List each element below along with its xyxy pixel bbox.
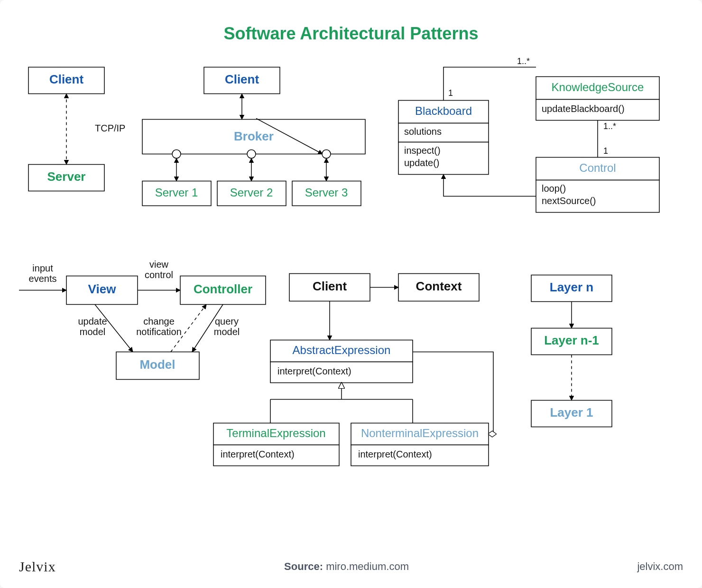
- int-client: Client: [313, 279, 347, 293]
- svg-text:update: update: [78, 316, 107, 327]
- svg-point-10: [172, 150, 181, 159]
- svg-text:model: model: [214, 327, 240, 337]
- mult-many1: 1..*: [517, 56, 530, 66]
- site-link: jelvix.com: [637, 560, 683, 573]
- cs-link-label: TCP/IP: [95, 123, 125, 133]
- broker-pattern: Client Broker Server 1 Server 2 Server 3: [142, 67, 365, 206]
- svg-text:model: model: [80, 327, 105, 337]
- bb-title: Blackboard: [415, 104, 472, 117]
- broker-client: Client: [225, 72, 259, 86]
- int-nonterm-title: NonterminalExpression: [361, 427, 479, 439]
- broker-server2: Server 2: [230, 186, 273, 199]
- bb-attrs: solutions: [404, 126, 442, 137]
- mvc-controller: Controller: [194, 282, 252, 296]
- client-server-pattern: Client Server TCP/IP: [28, 67, 125, 191]
- svg-text:events: events: [29, 273, 57, 284]
- diagram-card: Software Architectural Patterns Client S…: [0, 0, 702, 588]
- broker-server3: Server 3: [305, 186, 348, 199]
- mvc-viewctrl: view: [149, 259, 169, 270]
- broker-server1: Server 1: [155, 186, 198, 199]
- mvc-model: Model: [139, 357, 175, 372]
- broker-label: Broker: [234, 129, 274, 143]
- mvc-input: input: [32, 263, 53, 273]
- svg-text:control: control: [145, 270, 173, 280]
- int-term-op: interpret(Context): [221, 449, 295, 459]
- bb-op2: update(): [404, 158, 440, 168]
- int-context: Context: [416, 279, 462, 293]
- layers-pattern: Layer n Layer n-1 Layer 1: [531, 275, 612, 427]
- source-text: Source: miro.medium.com: [284, 560, 409, 573]
- brand-logo: Jelvix: [19, 559, 56, 575]
- bb-op1: inspect(): [404, 145, 441, 156]
- mvc-pattern: View Controller Model input events view …: [19, 259, 266, 380]
- ks-title: KnowledgeSource: [552, 81, 644, 93]
- svg-point-12: [247, 150, 256, 159]
- ctrl-op1: loop(): [542, 183, 566, 194]
- footer: Jelvix Source: miro.medium.com jelvix.co…: [19, 559, 683, 575]
- int-nonterm-op: interpret(Context): [358, 449, 432, 459]
- layer-n1: Layer n-1: [544, 333, 599, 347]
- cs-client: Client: [49, 72, 84, 86]
- mult-many2: 1..*: [603, 121, 616, 131]
- ctrl-title: Control: [579, 161, 616, 174]
- cs-server: Server: [47, 169, 86, 184]
- int-term-title: TerminalExpression: [226, 427, 325, 439]
- diagram-canvas: Client Server TCP/IP Client Broker Serve…: [19, 44, 683, 556]
- svg-text:query: query: [215, 316, 239, 327]
- svg-text:notification: notification: [136, 327, 182, 337]
- svg-text:change: change: [143, 316, 175, 327]
- layer-n: Layer n: [550, 280, 594, 294]
- svg-point-14: [322, 150, 331, 159]
- int-abs-title: AbstractExpression: [293, 344, 391, 356]
- mvc-view: View: [88, 282, 117, 296]
- mult-1b: 1: [603, 146, 608, 156]
- blackboard-pattern: Blackboard solutions inspect() update() …: [398, 56, 659, 213]
- ks-op: updateBlackboard(): [542, 103, 625, 114]
- int-abs-op: interpret(Context): [277, 366, 351, 376]
- page-title: Software Architectural Patterns: [19, 24, 683, 44]
- layer-1: Layer 1: [550, 405, 593, 420]
- mult-1a: 1: [448, 88, 453, 98]
- ctrl-op2: nextSource(): [542, 196, 596, 206]
